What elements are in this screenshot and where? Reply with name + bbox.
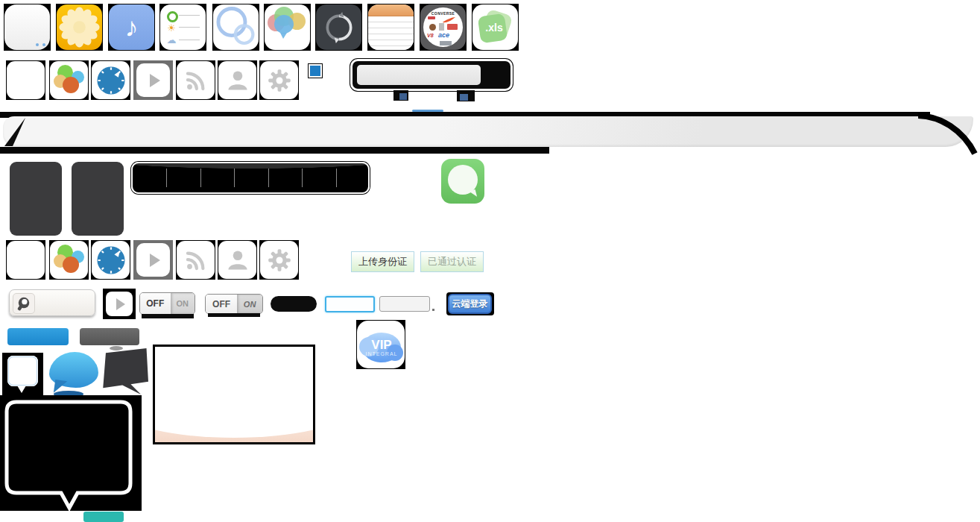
blank-small-icon[interactable] — [6, 240, 45, 280]
color-bubbles-icon[interactable] — [49, 240, 89, 280]
toolbar-divider — [302, 169, 303, 187]
vip-badge-icon[interactable]: VIP INTEGRAL — [357, 321, 405, 368]
chat-bubbles-app-icon[interactable] — [264, 4, 311, 51]
color-bubbles-icon[interactable] — [49, 60, 89, 100]
dot-icon — [42, 43, 45, 46]
toolbar-divider — [200, 169, 201, 187]
settings-face — [260, 61, 298, 99]
orange-circle — [63, 257, 79, 273]
blank-small-icon[interactable] — [6, 60, 45, 100]
xls-label: .xls — [479, 15, 509, 40]
toggle-shadow — [208, 313, 260, 317]
play-button[interactable] — [106, 292, 133, 316]
flower-app-icon[interactable] — [56, 4, 103, 51]
top-search-input[interactable] — [357, 65, 481, 85]
blue-button[interactable] — [7, 328, 69, 345]
dark-card — [10, 162, 62, 236]
dot-fragment — [432, 309, 434, 311]
blue-square-ring — [309, 64, 322, 78]
cloud-login-tile: 云端登录 — [446, 292, 494, 315]
rss-tile-icon[interactable] — [176, 60, 215, 100]
bubble-tail — [280, 33, 287, 39]
notes-app-icon[interactable] — [367, 4, 414, 51]
chat-bubbles-face — [265, 4, 310, 50]
text-input[interactable] — [379, 296, 430, 312]
blue-dial-face — [92, 61, 130, 99]
black-speech-bubble-icon — [102, 348, 148, 394]
green-chat-app-icon[interactable] — [441, 159, 484, 204]
gear-icon — [266, 67, 293, 94]
toggle-shadow — [142, 314, 194, 318]
blank-small-face — [7, 241, 45, 279]
top-search-bar[interactable] — [350, 59, 513, 91]
profile-face — [218, 61, 256, 99]
play-icon — [116, 298, 125, 310]
profile-tile-icon[interactable] — [218, 240, 257, 280]
cut-fragment — [457, 90, 475, 101]
vip-badge-tile: VIP INTEGRAL — [356, 320, 405, 369]
profile-tile-icon[interactable] — [218, 60, 257, 100]
blue-dial-icon[interactable] — [91, 240, 130, 280]
brand-blob: V8 — [427, 33, 434, 39]
white-card — [153, 345, 315, 444]
teal-cutoff-fragment — [83, 512, 124, 522]
play-tile-icon[interactable] — [133, 60, 173, 100]
cut-fragment — [393, 90, 408, 101]
blue-dial-icon[interactable] — [91, 60, 130, 100]
focused-text-input[interactable] — [325, 296, 375, 312]
rss-icon — [183, 248, 209, 273]
toolbar-divider — [336, 169, 337, 187]
list-app-icon[interactable]: ☀ ☁ — [159, 4, 206, 51]
color-bubbles-face — [50, 241, 88, 279]
settings-tile-icon[interactable] — [259, 60, 299, 100]
sync-app-icon[interactable] — [315, 4, 362, 51]
play-icon — [150, 254, 160, 267]
rss-icon — [183, 68, 209, 93]
play-icon — [150, 74, 160, 87]
big-bubble-zone — [0, 395, 142, 511]
xls-app-icon[interactable]: .xls — [472, 4, 519, 51]
list-line — [179, 27, 200, 28]
toggle-on-label[interactable]: ON — [237, 295, 262, 313]
toggle-off-label[interactable]: OFF — [140, 293, 171, 314]
play-face — [136, 243, 170, 277]
brand-text-converse: CONVERSE — [423, 11, 463, 16]
on-off-toggle-2[interactable]: OFF ON — [205, 294, 263, 314]
blue-square-icon[interactable] — [310, 66, 320, 76]
list-app-face: ☀ ☁ — [160, 4, 206, 50]
toggle-on-label[interactable]: ON — [171, 293, 195, 314]
brands-app-icon[interactable]: CONVERSE V8 ace — [420, 4, 467, 51]
sun-icon: ☀ — [165, 22, 177, 33]
settings-face — [260, 241, 298, 279]
nike-swoosh-icon — [443, 17, 456, 23]
vip-title: VIP — [371, 339, 391, 351]
toggle-off-label[interactable]: OFF — [206, 295, 237, 313]
blank-small-face — [7, 61, 45, 99]
cloud-icon: ☁ — [165, 34, 177, 45]
list-line — [179, 15, 200, 16]
xls-app-face: .xls — [472, 4, 518, 50]
white-bubble-tile — [2, 353, 43, 397]
gear-icon — [266, 247, 293, 274]
toolbar-divider — [166, 169, 167, 187]
notes-app-face — [368, 4, 414, 50]
on-off-toggle-1[interactable]: OFF ON — [139, 292, 195, 315]
blank-app-icon[interactable] — [4, 4, 51, 51]
dark-card — [72, 162, 124, 236]
upload-id-button[interactable]: 上传身份证 — [351, 251, 414, 272]
notes-header — [368, 4, 414, 16]
rss-tile-icon[interactable] — [176, 240, 215, 280]
toolbar-divider — [234, 169, 235, 187]
play-tile-icon[interactable] — [133, 240, 173, 280]
cloud-login-button[interactable]: 云端登录 — [448, 294, 492, 314]
monkey-logo-blob — [429, 24, 436, 31]
rings-app-icon[interactable] — [212, 4, 259, 51]
black-segmented-toolbar[interactable] — [131, 162, 370, 194]
settings-tile-icon[interactable] — [259, 240, 299, 280]
gray-button[interactable] — [80, 328, 139, 345]
music-app-icon[interactable]: ♪ — [108, 4, 155, 51]
search-input[interactable] — [9, 289, 95, 316]
cut-fragment-blue — [399, 93, 407, 100]
profile-face — [218, 241, 256, 279]
dot-icon — [36, 43, 39, 46]
